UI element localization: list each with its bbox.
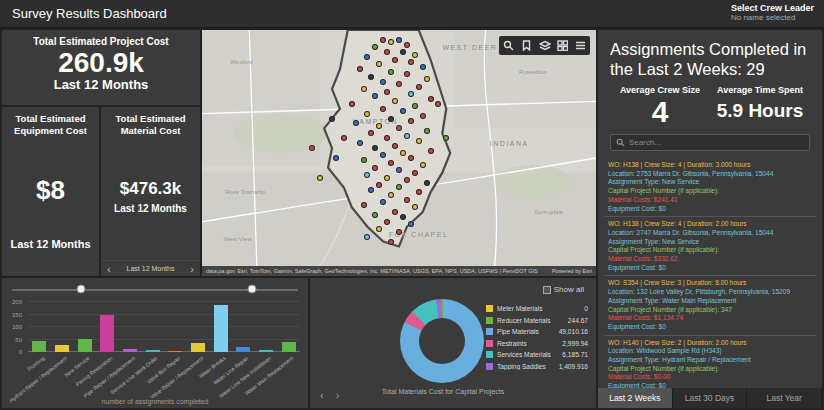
map-point[interactable] [404,177,410,183]
donut-chart[interactable] [400,299,484,383]
bar[interactable] [259,350,273,353]
map-point[interactable] [309,145,315,151]
work-order-item[interactable]: WO: H140 | Crew Size: 2 | Duration: 2.00… [604,336,816,388]
map-point[interactable] [408,91,414,97]
show-all-toggle[interactable]: Show all [543,285,584,294]
map-point[interactable] [364,172,370,178]
map-point[interactable] [396,81,402,87]
bar[interactable] [123,349,137,352]
map-point[interactable] [404,42,410,48]
bar[interactable] [100,315,114,352]
legend-row[interactable]: Meter Materials0 [486,303,588,315]
map-point[interactable] [384,135,390,141]
tab-last-year[interactable]: Last Year [747,388,822,408]
bar[interactable] [236,347,250,352]
map-point[interactable] [388,39,394,45]
map-point[interactable] [388,160,394,166]
legend-row[interactable]: Restraints2,999.94 [486,338,588,350]
bookmark-icon[interactable] [518,37,535,54]
category-slider[interactable] [12,283,298,295]
map-point[interactable] [380,152,386,158]
map-point[interactable] [396,125,402,131]
map-point[interactable] [396,184,402,190]
bar[interactable] [55,345,69,352]
crew-leader-selector[interactable]: Select Crew Leader No name selected [731,3,814,22]
map-point[interactable] [361,202,367,208]
map-point[interactable] [372,165,378,171]
map-point[interactable] [396,37,402,43]
map-point[interactable] [380,106,386,112]
map-point[interactable] [364,54,370,60]
map-point[interactable] [408,118,414,124]
map-point[interactable] [388,116,394,122]
map-point[interactable] [388,239,394,245]
map-point[interactable] [392,57,398,63]
map-point[interactable] [372,145,378,151]
map-point[interactable] [364,111,370,117]
map-point[interactable] [392,98,398,104]
layers-icon[interactable] [536,37,553,54]
map-point[interactable] [380,199,386,205]
map-point[interactable] [372,93,378,99]
bar[interactable] [191,343,205,352]
map-point[interactable] [361,157,367,163]
basemap-icon[interactable] [554,37,571,54]
map-point[interactable] [368,130,374,136]
map-point[interactable] [416,189,422,195]
pager-next-icon[interactable]: › [190,262,194,276]
map-point[interactable] [357,140,363,146]
map-point[interactable] [349,101,355,107]
pager-prev-icon[interactable]: ‹ [107,262,111,276]
map-point[interactable] [376,182,382,188]
legend-icon[interactable] [572,37,589,54]
map-point[interactable] [392,209,398,215]
donut-pager-next-icon[interactable]: › [336,390,340,401]
map-point[interactable] [388,192,394,198]
map-point[interactable] [408,221,414,227]
work-order-item[interactable]: WO: S354 | Crew Size: 3 | Duration: 8.00… [604,276,816,335]
map-point[interactable] [396,167,402,173]
map-point[interactable] [341,135,347,141]
tab-last-30-days[interactable]: Last 30 Days [673,388,748,408]
work-order-list[interactable]: WO: H138 | Crew Size: 4 | Duration: 3.00… [604,158,816,388]
map-point[interactable] [376,61,382,67]
map-point[interactable] [404,197,410,203]
bar[interactable] [146,350,160,352]
map-point[interactable] [384,49,390,55]
map-point[interactable] [420,113,426,119]
map-point[interactable] [412,103,418,109]
map-point[interactable] [384,219,390,225]
map-point[interactable] [357,66,363,72]
map-point[interactable] [420,162,426,168]
map-point[interactable] [376,123,382,129]
map-point[interactable] [412,52,418,58]
map-point[interactable] [424,180,430,186]
search-input[interactable] [629,138,804,147]
legend-row[interactable]: Tapping Saddles1,409.916 [486,361,588,373]
map-point[interactable] [364,234,370,240]
map-point[interactable] [408,59,414,65]
bar[interactable] [214,305,228,352]
bar[interactable] [282,342,296,352]
map-point[interactable] [372,212,378,218]
map-point[interactable] [329,116,335,122]
map-point[interactable] [424,76,430,82]
map-point[interactable] [376,226,382,232]
map-point[interactable] [384,175,390,181]
map-point[interactable] [400,150,406,156]
map-point[interactable] [380,37,386,43]
search-icon[interactable] [500,37,517,54]
map-point[interactable] [404,71,410,77]
work-order-item[interactable]: WO: H138 | Crew Size: 4 | Duration: 3.00… [604,158,816,217]
legend-row[interactable]: Pipe Materials49,010.16 [486,326,588,338]
map-point[interactable] [380,79,386,85]
map-point[interactable] [372,44,378,50]
map-point[interactable] [428,148,434,154]
map-point[interactable] [400,214,406,220]
map-point[interactable] [416,84,422,90]
show-all-checkbox[interactable] [543,286,551,294]
map-point[interactable] [443,135,449,141]
map-point[interactable] [420,64,426,70]
map-point[interactable] [384,89,390,95]
slider-handle[interactable] [76,285,85,294]
